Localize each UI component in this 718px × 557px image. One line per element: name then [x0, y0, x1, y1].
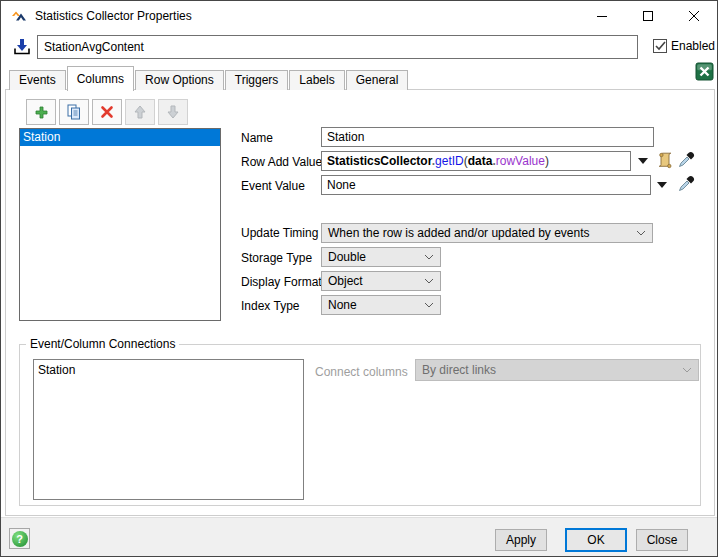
row-add-value-dropdown-arrow[interactable]	[638, 158, 648, 164]
footer-bar: ? Apply OK Close	[1, 517, 717, 557]
storage-type-select[interactable]: Double	[321, 247, 441, 267]
up-arrow-icon	[134, 105, 146, 119]
import-arrow-icon	[13, 38, 31, 56]
minimize-button[interactable]	[579, 1, 625, 31]
connect-columns-label: Connect columns	[315, 365, 408, 379]
plus-icon	[34, 105, 49, 120]
index-type-value: None	[328, 296, 357, 314]
connections-list: Station	[33, 359, 304, 500]
add-column-button[interactable]	[26, 99, 56, 125]
object-name-input[interactable]	[37, 35, 638, 59]
display-format-label: Display Format	[241, 275, 322, 289]
title-bar: Statistics Collector Properties	[1, 1, 717, 31]
group-label: Event/Column Connections	[26, 337, 179, 351]
export-to-excel-button[interactable]	[695, 62, 714, 81]
down-arrow-icon	[167, 105, 179, 119]
chevron-down-icon	[636, 230, 646, 236]
name-label: Name	[241, 131, 273, 145]
columns-list: Station	[19, 128, 221, 321]
update-timing-select[interactable]: When the row is added and/or updated by …	[321, 223, 653, 243]
connections-list-item[interactable]: Station	[34, 360, 303, 377]
maximize-icon	[643, 11, 654, 22]
name-field[interactable]: Station	[321, 127, 654, 147]
sampler-import-button[interactable]	[11, 36, 33, 58]
check-icon	[655, 41, 666, 51]
chevron-down-icon	[424, 278, 434, 284]
update-timing-label: Update Timing	[241, 226, 318, 240]
window-title: Statistics Collector Properties	[35, 9, 192, 23]
ok-button[interactable]: OK	[565, 528, 627, 552]
close-window-button[interactable]	[671, 1, 717, 31]
storage-type-value: Double	[328, 248, 366, 266]
tab-general[interactable]: General	[346, 70, 409, 90]
move-down-button[interactable]	[158, 99, 188, 125]
display-format-value: Object	[328, 272, 363, 290]
connect-columns-select: By direct links	[415, 359, 699, 381]
tab-triggers[interactable]: Triggers	[225, 70, 289, 90]
chevron-down-icon	[424, 254, 434, 260]
event-column-connections-group: Event/Column Connections Station Connect…	[19, 344, 701, 506]
chevron-down-icon	[682, 367, 692, 373]
tab-strip: Events Columns Row Options Triggers Labe…	[9, 65, 409, 90]
help-icon: ?	[12, 531, 28, 547]
maximize-button[interactable]	[625, 1, 671, 31]
event-value-label: Event Value	[241, 179, 305, 193]
display-format-select[interactable]: Object	[321, 271, 441, 291]
close-button[interactable]: Close	[636, 529, 688, 551]
close-icon	[689, 11, 700, 22]
edit-code-scroll-button[interactable]	[656, 152, 674, 170]
eyedropper-icon	[678, 175, 695, 192]
enabled-label: Enabled	[671, 39, 715, 53]
row-add-value-sampler-button[interactable]	[677, 151, 695, 169]
delete-x-icon	[100, 105, 114, 119]
event-value-field[interactable]: None	[321, 175, 651, 195]
row-add-value-code-field[interactable]: StatisticsCollector.getID(data.rowValue)	[321, 151, 631, 171]
copy-icon	[66, 104, 82, 120]
minimize-icon	[597, 11, 608, 22]
update-timing-value: When the row is added and/or updated by …	[328, 224, 590, 242]
tab-row-options[interactable]: Row Options	[135, 70, 224, 90]
event-value-dropdown-arrow[interactable]	[657, 182, 667, 188]
tab-columns[interactable]: Columns	[67, 66, 134, 91]
columns-list-item[interactable]: Station	[20, 129, 220, 146]
index-type-select[interactable]: None	[321, 295, 441, 315]
chevron-down-icon	[424, 302, 434, 308]
excel-icon	[695, 62, 714, 81]
help-button[interactable]: ?	[9, 528, 30, 549]
storage-type-label: Storage Type	[241, 251, 312, 265]
connect-columns-value: By direct links	[422, 360, 496, 380]
copy-column-button[interactable]	[59, 99, 89, 125]
move-up-button[interactable]	[125, 99, 155, 125]
statistics-collector-properties-dialog: Statistics Collector Properties Enabled	[0, 0, 718, 557]
enabled-checkbox[interactable]	[653, 39, 667, 53]
flexsim-logo-icon	[11, 8, 27, 24]
row-add-value-label: Row Add Value	[241, 155, 322, 169]
enabled-checkbox-group: Enabled	[653, 39, 715, 53]
delete-column-button[interactable]	[92, 99, 122, 125]
code-scroll-icon	[657, 152, 674, 169]
event-value-sampler-button[interactable]	[677, 175, 695, 193]
eyedropper-icon	[678, 151, 695, 168]
row-add-value-code: StatisticsCollector.getID(data.rowValue)	[327, 154, 549, 168]
tab-events[interactable]: Events	[9, 70, 66, 90]
apply-button[interactable]: Apply	[495, 529, 547, 551]
index-type-label: Index Type	[241, 299, 300, 313]
tab-labels[interactable]: Labels	[289, 70, 344, 90]
